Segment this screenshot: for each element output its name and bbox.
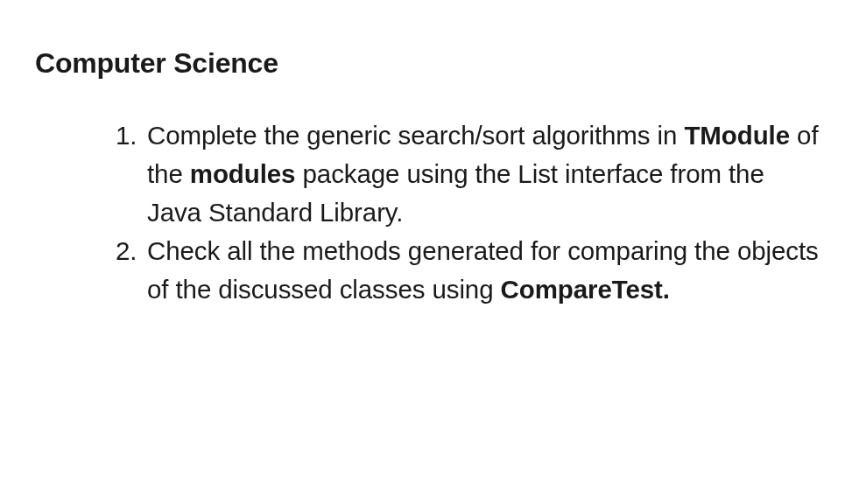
text-part-bold: modules: [190, 159, 296, 188]
text-part: Check all the methods generated for comp…: [147, 236, 819, 304]
list-item: Check all the methods generated for comp…: [116, 232, 824, 309]
text-part: Complete the generic search/sort algorit…: [147, 121, 684, 150]
section-heading: Computer Science: [35, 47, 824, 80]
text-part-bold: CompareTest.: [501, 275, 670, 304]
list-item: Complete the generic search/sort algorit…: [116, 116, 824, 232]
text-part-bold: TModule: [684, 121, 790, 150]
instruction-list: Complete the generic search/sort algorit…: [35, 116, 824, 309]
